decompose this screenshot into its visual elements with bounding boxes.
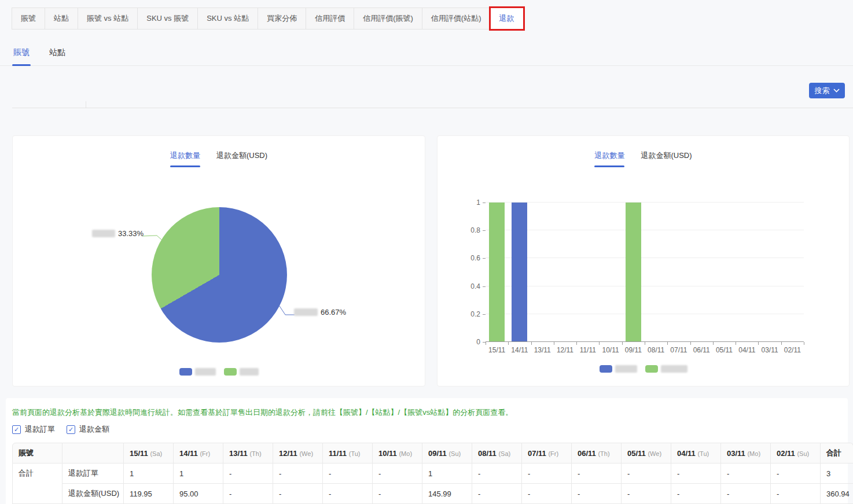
censored-legend-label xyxy=(195,368,216,376)
value-cell: - xyxy=(671,463,721,484)
table-date-header-13/11: 13/11 (Th) xyxy=(223,443,273,463)
y-axis-tick-label: 0.2 xyxy=(454,310,480,318)
x-axis-tick xyxy=(781,342,782,345)
table-date-header-06/11: 06/11 (Th) xyxy=(572,443,622,463)
legend-item-1[interactable] xyxy=(224,368,259,376)
refund-pie-chart-card: 退款數量退款金額(USD) 33.33% 66.67% xyxy=(12,135,425,387)
table-date-header-08/11: 08/11 (Sa) xyxy=(472,443,522,463)
sub-tab-賬號[interactable]: 賬號 xyxy=(12,43,31,65)
legend-marker-icon xyxy=(224,368,237,376)
top-tab-信用評價[interactable]: 信用評價 xyxy=(306,8,354,30)
value-cell: - xyxy=(323,484,373,504)
weekday-suffix: (Fr) xyxy=(200,450,210,457)
weekday-suffix: (Fr) xyxy=(548,450,558,457)
x-axis-tick-label: 03/11 xyxy=(758,346,781,354)
value-cell: 145.99 xyxy=(422,484,472,504)
checkbox-label: 退款訂單 xyxy=(25,424,55,435)
legend-item-1[interactable] xyxy=(645,365,687,373)
y-axis-tick-label: 1 xyxy=(454,198,480,207)
weekday-suffix: (Su) xyxy=(797,450,809,457)
value-cell: - xyxy=(622,463,671,484)
censored-legend-label xyxy=(615,365,637,373)
metric-cell: 退款訂單 xyxy=(62,463,124,484)
weekday-suffix: (Sa) xyxy=(498,450,510,457)
top-tab-賬號[interactable]: 賬號 xyxy=(12,8,45,30)
search-button-label: 搜索 xyxy=(815,86,830,96)
table-header-row: 賬號 15/11 (Sa)14/11 (Fr)13/11 (Th)12/11 (… xyxy=(12,443,853,463)
table-metric-header xyxy=(62,443,124,463)
bar-legend xyxy=(437,365,849,373)
table-date-header-05/11: 05/11 (We) xyxy=(622,443,671,463)
weekday-suffix: (Sa) xyxy=(150,450,162,457)
weekday-suffix: (We) xyxy=(299,450,313,457)
value-cell: - xyxy=(223,463,273,484)
value-cell: 1 xyxy=(124,463,174,484)
pie-percent-blue: 66.67% xyxy=(321,308,346,317)
account-cell: 合計 xyxy=(12,463,62,504)
filter-field-right[interactable] xyxy=(86,101,853,108)
x-axis-tick-label: 08/11 xyxy=(645,346,667,354)
checkbox-退款訂單[interactable]: ✓退款訂單 xyxy=(12,424,55,435)
x-axis-tick-label: 02/11 xyxy=(781,346,804,354)
legend-item-0[interactable] xyxy=(179,368,216,376)
top-tab-賬號 vs 站點[interactable]: 賬號 vs 站點 xyxy=(78,8,138,30)
metric-tab-退款數量[interactable]: 退款數量 xyxy=(170,150,200,167)
x-axis-tick xyxy=(804,342,804,345)
table-row: 合計退款訂單11----1-------3 xyxy=(12,463,853,484)
checkbox-label: 退款金額 xyxy=(79,424,109,435)
metric-tab-退款數量[interactable]: 退款數量 xyxy=(594,150,624,167)
legend-item-0[interactable] xyxy=(600,365,637,373)
x-axis-line xyxy=(486,341,804,342)
weekday-suffix: (Tu) xyxy=(697,450,709,457)
value-cell: 119.95 xyxy=(124,484,174,504)
value-cell: - xyxy=(522,463,572,484)
value-cell: - xyxy=(721,463,771,484)
value-cell: - xyxy=(273,463,323,484)
metric-tab-退款金額(USD)[interactable]: 退款金額(USD) xyxy=(216,150,267,167)
censored-account-label xyxy=(294,308,318,316)
top-tab-站點[interactable]: 站點 xyxy=(45,8,78,30)
search-button[interactable]: 搜索 xyxy=(809,83,845,98)
value-cell: - xyxy=(472,484,522,504)
value-cell: - xyxy=(572,463,622,484)
top-tab-SKU vs 賬號[interactable]: SKU vs 賬號 xyxy=(137,8,198,30)
x-axis-tick-label: 12/11 xyxy=(554,346,576,354)
value-cell: - xyxy=(622,484,671,504)
top-tab-退款[interactable]: 退款 xyxy=(490,8,524,30)
x-axis-tick xyxy=(736,342,736,345)
total-cell: 3 xyxy=(821,463,853,484)
pie-metric-tabs: 退款數量退款金額(USD) xyxy=(13,150,425,167)
table-date-header-03/11: 03/11 (Mo) xyxy=(721,443,771,463)
x-axis-tick-label: 10/11 xyxy=(599,346,622,354)
weekday-suffix: (Tu) xyxy=(349,450,361,457)
gridline xyxy=(486,257,804,258)
checkbox-icon[interactable]: ✓ xyxy=(12,425,21,434)
table-date-header-09/11: 09/11 (Su) xyxy=(422,443,472,463)
checkbox-退款金額[interactable]: ✓退款金額 xyxy=(67,424,109,435)
gridline xyxy=(486,286,804,286)
top-tab-信用評價(站點)[interactable]: 信用評價(站點) xyxy=(422,8,491,30)
value-cell: 1 xyxy=(174,463,223,484)
y-axis-tick-label: 0 xyxy=(454,338,480,346)
dimension-tab-bar: 賬號站點 xyxy=(0,43,853,66)
censored-legend-label xyxy=(661,365,687,373)
top-tab-買家分佈[interactable]: 買家分佈 xyxy=(258,8,306,30)
table-date-header-02/11: 02/11 (Su) xyxy=(771,443,821,463)
filter-field-left[interactable] xyxy=(12,101,86,108)
metric-tab-退款金額(USD)[interactable]: 退款金額(USD) xyxy=(641,150,692,167)
y-axis-tick-label: 0.8 xyxy=(454,226,480,234)
sub-tab-站點[interactable]: 站點 xyxy=(48,43,67,65)
x-axis-tick xyxy=(554,342,554,345)
top-tab-SKU vs 站點[interactable]: SKU vs 站點 xyxy=(197,8,258,30)
total-cell: 360.94 xyxy=(821,484,853,504)
legend-marker-icon xyxy=(179,368,192,376)
pie-percent-green: 33.33% xyxy=(118,229,144,238)
x-axis-tick xyxy=(713,342,714,345)
weekday-suffix: (Su) xyxy=(448,450,461,457)
bar-09/11-series-1 xyxy=(626,203,641,341)
value-cell: 1 xyxy=(422,463,472,484)
checkbox-icon[interactable]: ✓ xyxy=(67,425,75,434)
x-axis-tick xyxy=(622,342,623,345)
top-tab-信用評價(賬號)[interactable]: 信用評價(賬號) xyxy=(354,8,422,30)
x-axis-tick xyxy=(690,342,691,345)
